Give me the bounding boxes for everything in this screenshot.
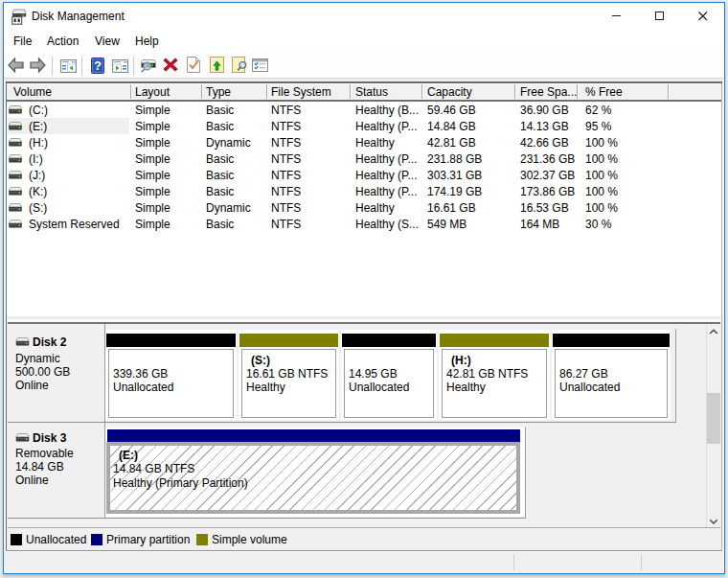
svg-text:?: ? <box>94 58 102 73</box>
